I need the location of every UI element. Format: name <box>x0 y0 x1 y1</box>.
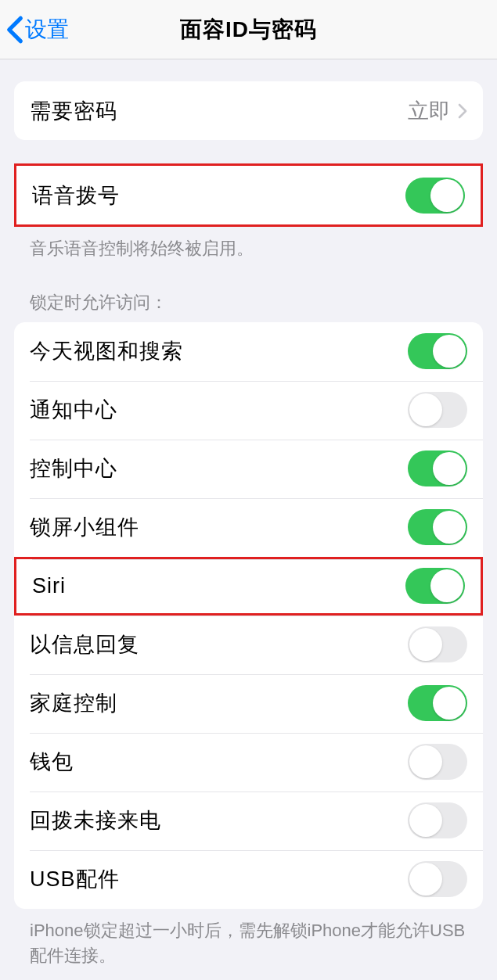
chevron-right-icon <box>458 103 467 119</box>
locked-access-row: 通知中心 <box>14 381 483 440</box>
locked-access-row: 家庭控制 <box>14 674 483 733</box>
locked-access-toggle[interactable] <box>408 509 467 545</box>
locked-access-row: 今天视图和搜索 <box>14 322 483 381</box>
back-label: 设置 <box>25 15 69 45</box>
locked-access-item-label: 回拨未接来电 <box>30 806 161 835</box>
voice-dial-toggle[interactable] <box>405 178 465 214</box>
page-title: 面容ID与密码 <box>180 15 317 45</box>
locked-access-item-label: 锁屏小组件 <box>30 513 139 541</box>
locked-access-row: 回拨未接来电 <box>14 792 483 850</box>
locked-access-footer: iPhone锁定超过一小时后，需先解锁iPhone才能允许USB配件连接。 <box>14 909 483 968</box>
locked-access-list: 今天视图和搜索通知中心控制中心锁屏小组件Siri以信息回复家庭控制钱包回拨未接来… <box>14 322 483 909</box>
voice-dial-label: 语音拨号 <box>32 181 120 210</box>
locked-access-row: 以信息回复 <box>14 616 483 674</box>
locked-access-row: 锁屏小组件 <box>14 498 483 557</box>
locked-access-item-label: 以信息回复 <box>30 630 139 659</box>
locked-access-row: 控制中心 <box>14 440 483 498</box>
locked-access-row: 钱包 <box>14 733 483 792</box>
locked-access-item-label: 钱包 <box>30 748 74 776</box>
locked-access-toggle[interactable] <box>408 744 467 780</box>
locked-access-row: USB配件 <box>14 850 483 909</box>
locked-access-item-label: 今天视图和搜索 <box>30 337 183 365</box>
locked-access-item-label: Siri <box>32 574 66 598</box>
locked-access-toggle[interactable] <box>408 451 467 486</box>
locked-access-item-label: 通知中心 <box>30 396 117 424</box>
require-passcode-label: 需要密码 <box>30 97 117 125</box>
locked-access-toggle[interactable] <box>408 626 467 662</box>
locked-access-toggle[interactable] <box>408 685 467 721</box>
locked-access-toggle[interactable] <box>408 861 467 897</box>
locked-access-toggle[interactable] <box>408 392 467 428</box>
locked-access-toggle[interactable] <box>408 333 467 369</box>
require-passcode-value: 立即 <box>408 97 450 125</box>
locked-access-item-label: 控制中心 <box>30 454 117 483</box>
locked-access-toggle[interactable] <box>408 802 467 838</box>
require-passcode-row[interactable]: 需要密码 立即 <box>14 81 483 140</box>
locked-access-row: Siri <box>14 557 483 616</box>
back-button[interactable]: 设置 <box>6 15 69 45</box>
locked-access-toggle[interactable] <box>405 568 465 604</box>
locked-access-header: 锁定时允许访问： <box>14 291 483 322</box>
voice-dial-row: 语音拨号 <box>16 166 481 224</box>
chevron-left-icon <box>6 15 23 45</box>
locked-access-item-label: 家庭控制 <box>30 689 117 717</box>
locked-access-item-label: USB配件 <box>30 865 120 893</box>
voice-dial-footer: 音乐语音控制将始终被启用。 <box>14 227 483 261</box>
navigation-bar: 设置 面容ID与密码 <box>0 0 497 59</box>
